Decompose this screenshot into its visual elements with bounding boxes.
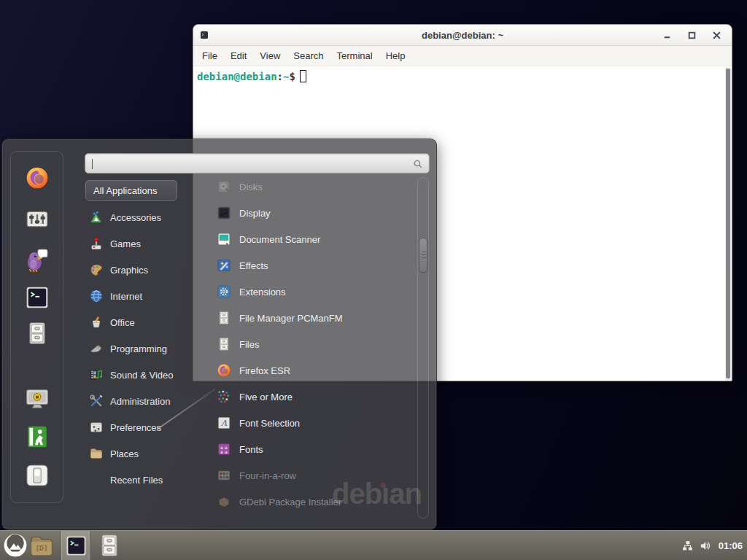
taskbar-file-manager[interactable]: [D]	[29, 533, 54, 560]
app-document-scanner[interactable]: Document Scanner	[194, 226, 417, 252]
favorite-terminal[interactable]	[25, 285, 50, 310]
app-file-manager-pcmanfm[interactable]: File Manager PCManFM	[194, 305, 417, 331]
terminal-cursor	[300, 70, 306, 82]
terminal-menu-view[interactable]: View	[253, 47, 287, 65]
menu-logo-icon	[3, 533, 28, 558]
programming-icon	[89, 341, 104, 356]
app-gdebi-package-installer[interactable]: GDebi Package Installer	[194, 489, 417, 515]
terminal-titlebar[interactable]: debian@debian: ~	[193, 25, 732, 46]
firefox-icon	[217, 363, 231, 378]
category-preferences[interactable]: Preferences	[85, 414, 195, 440]
close-button[interactable]	[712, 31, 721, 40]
app-label: Firefox ESR	[239, 365, 290, 376]
category-all-applications[interactable]: All Applications	[85, 180, 177, 201]
app-font-selection[interactable]: AFont Selection	[194, 410, 417, 436]
terminal-scrollbar-thumb[interactable]	[726, 69, 730, 378]
four-in-a-row-icon	[217, 468, 231, 483]
terminal-menu-help[interactable]: Help	[379, 47, 412, 65]
maximize-icon	[687, 31, 697, 40]
favorite-control-center[interactable]	[25, 206, 50, 231]
terminal-menu-file[interactable]: File	[196, 47, 224, 65]
category-label: Places	[110, 448, 139, 459]
internet-icon	[89, 289, 104, 303]
category-label: Administration	[110, 396, 170, 407]
terminal-menu-terminal[interactable]: Terminal	[330, 47, 379, 65]
terminal-menu-edit[interactable]: Edit	[224, 47, 253, 65]
category-accessories[interactable]: Accessories	[85, 204, 195, 230]
network-icon[interactable]	[681, 540, 694, 552]
prompt-symbol: $	[289, 71, 295, 82]
app-files[interactable]: Files	[194, 331, 417, 357]
category-label: Office	[110, 317, 135, 328]
prompt-user-host: debian@debian	[197, 71, 277, 82]
favorite-lock-screen[interactable]	[25, 386, 50, 411]
control-center-icon	[25, 206, 50, 231]
gdebi-icon	[217, 494, 231, 509]
category-office[interactable]: Office	[85, 309, 195, 335]
app-label: Disks	[239, 182, 263, 192]
app-display[interactable]: Display	[194, 200, 417, 226]
application-list: DisksDisplayDocument ScannerEffectsExten…	[194, 174, 417, 515]
terminal-icon	[65, 534, 88, 557]
folder-icon: [D]	[29, 533, 54, 558]
taskbar-terminal-active[interactable]	[61, 531, 91, 560]
app-label: Font Selection	[239, 418, 300, 429]
favorite-file-manager[interactable]	[25, 321, 50, 346]
app-label: Document Scanner	[239, 234, 320, 245]
menu-scrollbar[interactable]	[417, 177, 429, 518]
desktop: { "desktop": { "watermark_text": "debian…	[0, 0, 747, 560]
app-five-or-more[interactable]: Five or More	[194, 384, 417, 410]
favorite-logout[interactable]	[25, 424, 50, 449]
extensions-icon	[217, 284, 231, 299]
svg-text:[D]: [D]	[35, 544, 47, 552]
category-graphics[interactable]: Graphics	[85, 257, 195, 283]
search-box[interactable]	[85, 153, 430, 174]
category-label: Graphics	[110, 265, 148, 276]
app-effects[interactable]: Effects	[194, 252, 417, 279]
sound-video-icon	[89, 368, 104, 382]
category-label: Preferences	[110, 422, 161, 433]
firefox-icon	[25, 166, 50, 190]
app-label: Effects	[239, 260, 268, 271]
app-disks[interactable]: Disks	[194, 174, 417, 200]
app-extensions[interactable]: Extensions	[194, 279, 417, 305]
app-label: Five or More	[239, 392, 293, 402]
effects-icon	[217, 258, 231, 273]
terminal-prompt: debian@debian:~$	[197, 70, 306, 82]
favorite-firefox[interactable]	[25, 166, 50, 190]
terminal-scrollbar[interactable]	[725, 67, 732, 381]
pidgin-icon	[25, 247, 50, 272]
terminal-menu-search[interactable]: Search	[287, 47, 330, 65]
category-label: Sound & Video	[110, 370, 174, 381]
category-games[interactable]: Games	[85, 230, 195, 257]
category-programming[interactable]: Programming	[85, 335, 195, 362]
category-internet[interactable]: Internet	[85, 283, 195, 309]
favorite-pidgin[interactable]	[25, 247, 50, 272]
category-label: Games	[110, 238, 141, 249]
prompt-separator: :	[277, 71, 283, 82]
category-places[interactable]: Places	[85, 440, 195, 467]
taskbar-menu[interactable]	[3, 533, 28, 560]
app-firefox-esr[interactable]: Firefox ESR	[194, 357, 417, 384]
file-cabinet-icon	[25, 321, 50, 346]
favorite-shutdown[interactable]	[25, 463, 50, 488]
app-fonts[interactable]: aaaaFonts	[194, 436, 417, 462]
minimize-button[interactable]	[662, 31, 672, 40]
category-recent-files[interactable]: Recent Files	[85, 467, 195, 493]
category-administration[interactable]: Administration	[85, 388, 195, 414]
window-controls	[662, 25, 721, 45]
menu-scrollbar-thumb[interactable]	[419, 238, 427, 273]
search-input[interactable]	[91, 156, 405, 171]
administration-icon	[89, 394, 104, 408]
taskbar-files[interactable]	[97, 533, 122, 560]
app-label: Fonts	[239, 444, 263, 455]
display-icon	[217, 206, 231, 220]
app-label: Four-in-a-row	[239, 470, 296, 481]
volume-icon[interactable]	[699, 540, 711, 552]
category-sound-video[interactable]: Sound & Video	[85, 362, 195, 388]
maximize-button[interactable]	[687, 31, 697, 40]
category-list: All ApplicationsAccessoriesGamesGraphics…	[85, 180, 195, 493]
file-cabinet-icon	[217, 337, 231, 351]
app-four-in-a-row[interactable]: Four-in-a-row	[194, 462, 417, 489]
app-label: Display	[239, 208, 271, 219]
